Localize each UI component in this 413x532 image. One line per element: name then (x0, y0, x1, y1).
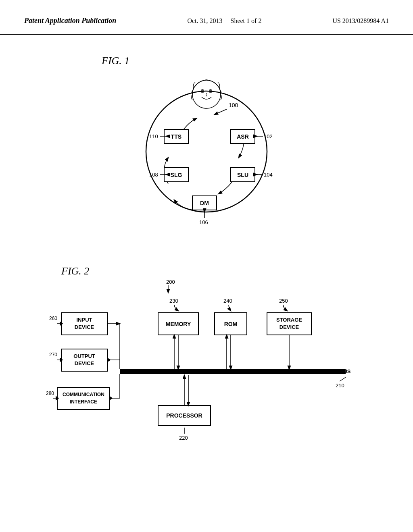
svg-text:270: 270 (49, 352, 57, 357)
svg-text:280: 280 (46, 391, 54, 396)
svg-text:PROCESSOR: PROCESSOR (166, 412, 202, 419)
svg-rect-46 (57, 387, 110, 409)
svg-text:INPUT: INPUT (77, 317, 92, 323)
svg-text:240: 240 (223, 298, 232, 304)
page-header: Patent Application Publication Oct. 31, … (0, 0, 413, 35)
svg-text:SLU: SLU (237, 172, 248, 178)
svg-text:DM: DM (200, 200, 209, 206)
svg-text:TTS: TTS (171, 133, 181, 140)
svg-text:110: 110 (149, 133, 158, 139)
header-left: Patent Application Publication (24, 16, 116, 25)
svg-text:104: 104 (264, 172, 273, 178)
svg-text:210: 210 (336, 382, 344, 389)
svg-text:260: 260 (49, 316, 57, 321)
header-right: US 2013/0289984 A1 (332, 16, 389, 26)
svg-text:STORAGE: STORAGE (276, 317, 302, 323)
publication-label: Patent Application Publication (24, 17, 116, 25)
svg-text:230: 230 (169, 298, 178, 304)
fig1-section: FIG. 1 (24, 51, 389, 252)
svg-text:106: 106 (199, 219, 208, 225)
svg-text:BUS: BUS (340, 368, 351, 374)
svg-text:COMMUNICATION: COMMUNICATION (63, 392, 104, 397)
svg-text:DEVICE: DEVICE (75, 360, 94, 366)
publication-date: Oct. 31, 2013 (187, 17, 222, 24)
patent-number: US 2013/0289984 A1 (332, 17, 389, 24)
svg-text:DEVICE: DEVICE (280, 324, 299, 330)
svg-text:INTERFACE: INTERFACE (70, 399, 97, 405)
svg-text:ROM: ROM (224, 321, 238, 327)
svg-line-31 (340, 377, 346, 381)
sheet-info: Sheet 1 of 2 (231, 17, 262, 24)
svg-text:DEVICE: DEVICE (75, 324, 94, 330)
svg-text:108: 108 (149, 172, 158, 178)
fig1-diagram: 100 (90, 51, 323, 252)
svg-text:MEMORY: MEMORY (166, 321, 191, 327)
svg-text:OUTPUT: OUTPUT (73, 353, 95, 359)
svg-text:FIG. 2: FIG. 2 (61, 265, 89, 277)
svg-text:250: 250 (279, 298, 288, 304)
svg-line-4 (215, 109, 227, 114)
header-center: Oct. 31, 2013 Sheet 1 of 2 (187, 16, 261, 26)
svg-rect-29 (120, 369, 346, 374)
svg-text:SLG: SLG (171, 172, 182, 178)
svg-text:200: 200 (166, 279, 175, 285)
svg-point-0 (146, 91, 267, 212)
fig2-section: FIG. 2 200 BUS 210 INPUT DEVICE 260 (24, 260, 389, 474)
svg-text:220: 220 (179, 435, 188, 441)
fig2-diagram: FIG. 2 200 BUS 210 INPUT DEVICE 260 (49, 260, 364, 474)
svg-point-2 (201, 89, 204, 93)
svg-text:102: 102 (264, 133, 273, 139)
svg-point-3 (209, 89, 212, 93)
svg-text:100: 100 (229, 102, 238, 108)
main-content: FIG. 1 (0, 35, 413, 490)
svg-text:ASR: ASR (237, 133, 249, 140)
